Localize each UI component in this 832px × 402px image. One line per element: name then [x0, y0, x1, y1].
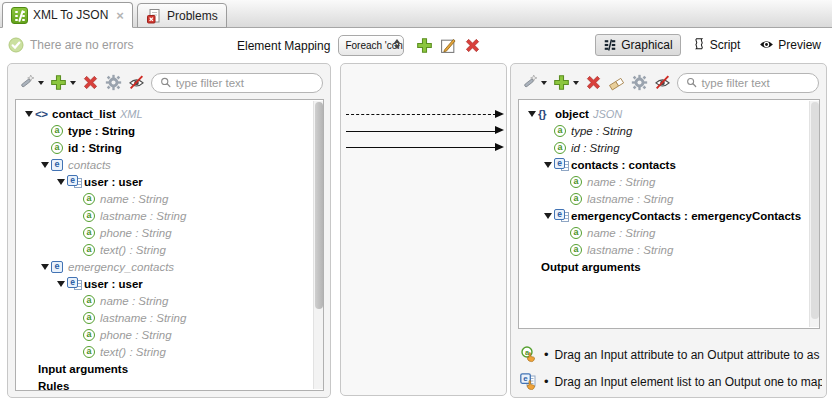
view-label: Script	[710, 38, 741, 52]
tab-label: Problems	[167, 9, 218, 23]
tree-row[interactable]: eemergency_contacts	[16, 258, 323, 275]
hide-hidden-icon[interactable]	[128, 74, 145, 91]
tree-row[interactable]: alastname : String	[519, 241, 819, 258]
datamapper-icon	[11, 7, 28, 24]
tree-section-row[interactable]: Input arguments	[16, 360, 323, 377]
expander-icon[interactable]	[541, 213, 554, 219]
node-label: phone : String	[100, 329, 172, 341]
node-label: name : String	[587, 176, 655, 188]
wand-icon[interactable]	[521, 74, 538, 91]
tree-row[interactable]: alastname : String	[519, 190, 819, 207]
edit-mapping-icon[interactable]	[440, 37, 457, 54]
node-label: user : user	[84, 278, 143, 290]
wand-icon[interactable]	[18, 74, 35, 91]
drag-hints: a•Drag an Input attribute to an Output a…	[520, 346, 822, 390]
node-icon-slot: e	[67, 277, 84, 291]
tree-row[interactable]: aname : String	[519, 224, 819, 241]
tree-row[interactable]: atext() : String	[16, 343, 323, 360]
input-filter-input[interactable]	[176, 77, 314, 89]
input-scrollbar[interactable]	[313, 101, 323, 389]
expander-icon[interactable]	[54, 281, 67, 287]
expander-icon[interactable]	[38, 162, 51, 168]
tree-row[interactable]: euser : user	[16, 275, 323, 292]
tree-row[interactable]: aid : String	[16, 139, 323, 156]
node-icon-slot: {}	[538, 108, 555, 120]
tree-row[interactable]: atype : String	[519, 122, 819, 139]
tree-row[interactable]: atype : String	[16, 122, 323, 139]
view-script-button[interactable]: Script	[684, 33, 749, 56]
drag-hint: e•Drag an Input element list to an Outpu…	[520, 373, 822, 390]
tree-row[interactable]: euser : user	[16, 173, 323, 190]
expander-icon[interactable]	[22, 111, 35, 117]
node-label: object	[555, 108, 589, 120]
expander-icon[interactable]	[38, 264, 51, 270]
node-icon-slot: <>	[35, 108, 52, 120]
element-mapping-select[interactable]: Foreach 'contact_	[338, 35, 404, 56]
tab-problems[interactable]: Problems	[137, 3, 227, 28]
hint-text: Drag an Input attribute to an Output att…	[555, 348, 820, 362]
delete-mapping-icon[interactable]	[464, 37, 481, 54]
dropdown-caret-icon[interactable]	[38, 81, 44, 85]
tree-row[interactable]: aname : String	[16, 292, 323, 309]
input-scrollbar-thumb[interactable]	[315, 102, 323, 309]
node-icon-slot: a	[83, 295, 100, 307]
add-icon[interactable]	[553, 74, 570, 91]
tree-row[interactable]: aname : String	[519, 173, 819, 190]
node-type-suffix: JSON	[593, 108, 622, 120]
attribute-icon: a	[554, 142, 566, 154]
dropdown-caret-icon[interactable]	[541, 81, 547, 85]
dropdown-caret-icon[interactable]	[573, 81, 579, 85]
tree-row[interactable]: eemergencyContacts : emergencyContacts	[519, 207, 819, 224]
hide-hidden-icon[interactable]	[654, 74, 671, 91]
expander-icon[interactable]	[541, 162, 554, 168]
hint-text: Drag an Input element list to an Output …	[555, 375, 822, 389]
tree-row[interactable]: atext() : String	[16, 241, 323, 258]
output-scrollbar[interactable]	[809, 101, 819, 327]
gear-icon[interactable]	[105, 74, 122, 91]
add-icon[interactable]	[50, 74, 67, 91]
tab-xml-to-json[interactable]: XML To JSON ×	[2, 2, 133, 28]
close-icon[interactable]: ×	[116, 9, 124, 22]
tree-row[interactable]: alastname : String	[16, 309, 323, 326]
add-mapping-icon[interactable]	[416, 37, 433, 54]
attribute-icon: a	[51, 125, 63, 137]
node-icon-slot: e	[554, 209, 571, 223]
tree-section-row[interactable]: Rules	[16, 377, 323, 391]
tree-row[interactable]: econtacts	[16, 156, 323, 173]
eraser-icon[interactable]	[608, 74, 625, 91]
node-label: user : user	[84, 176, 143, 188]
attribute-icon: a	[570, 244, 582, 256]
node-label: lastname : String	[100, 210, 186, 222]
node-label: text() : String	[100, 346, 166, 358]
node-label: lastname : String	[587, 244, 673, 256]
output-filter-input[interactable]	[701, 77, 810, 89]
tree-row[interactable]: <>contact_listXML	[16, 105, 323, 122]
gear-icon[interactable]	[631, 74, 648, 91]
dropdown-caret-icon[interactable]	[70, 81, 76, 85]
expander-icon[interactable]	[525, 111, 538, 117]
expander-icon[interactable]	[54, 179, 67, 185]
mapping-canvas[interactable]	[340, 63, 507, 396]
tree-section-row[interactable]: Output arguments	[519, 258, 819, 275]
tree-row[interactable]: aname : String	[16, 190, 323, 207]
tree-row[interactable]: {}objectJSON	[519, 105, 819, 122]
output-scrollbar-thumb[interactable]	[811, 102, 819, 319]
element-mapping-group: Element Mapping Foreach 'contact_	[237, 35, 481, 56]
delete-icon[interactable]	[82, 74, 99, 91]
tree-row[interactable]: aphone : String	[16, 326, 323, 343]
node-type-suffix: XML	[120, 108, 143, 120]
delete-icon[interactable]	[585, 74, 602, 91]
node-icon-slot: e	[554, 158, 571, 172]
node-icon-slot: a	[83, 193, 100, 205]
view-preview-button[interactable]: Preview	[751, 33, 829, 56]
view-graphical-button[interactable]: Graphical	[595, 34, 680, 56]
status-message: There are no errors	[8, 37, 133, 53]
tree-row[interactable]: aphone : String	[16, 224, 323, 241]
tree-row[interactable]: aid : String	[519, 139, 819, 156]
node-icon-slot: e	[51, 159, 68, 171]
mapping-editor: <>contact_listXMLatype : Stringaid : Str…	[0, 62, 832, 402]
attribute-icon: a	[51, 142, 63, 154]
tree-row[interactable]: alastname : String	[16, 207, 323, 224]
tree-row[interactable]: econtacts : contacts	[519, 156, 819, 173]
view-switcher: Graphical Script Preview	[595, 33, 829, 56]
